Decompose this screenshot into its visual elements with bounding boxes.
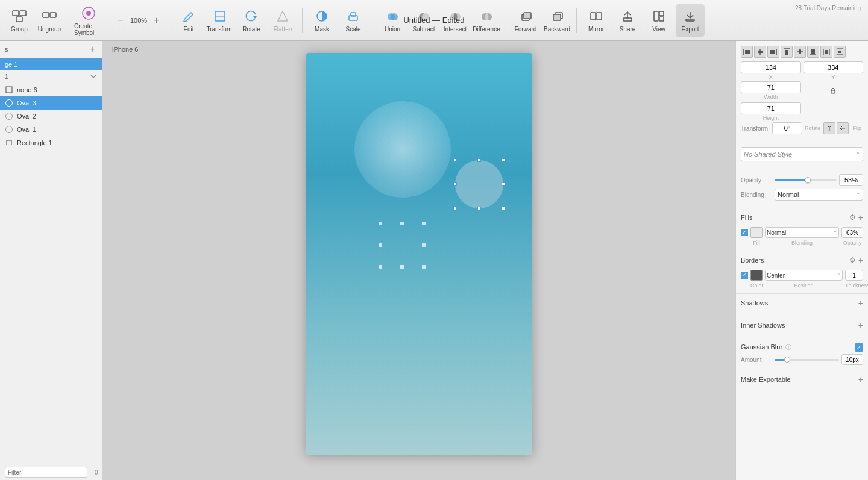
align-top-button[interactable] [781,46,793,58]
difference-button[interactable]: Difference [472,4,501,37]
fills-gear[interactable]: ⚙ [849,213,856,222]
inner-shadows-section: Inner Shadows + [736,316,868,338]
dot-9 [422,265,426,269]
dot-2 [400,222,404,225]
handle-bc[interactable] [477,207,481,210]
mask-button[interactable]: Mask [307,4,336,37]
y-label: Y [831,74,835,80]
oval-medium-container[interactable] [455,160,503,208]
fill-color-swatch[interactable] [750,227,763,238]
layer-item-oval2[interactable]: Oval 2 [0,110,102,123]
borders-gear[interactable]: ⚙ [849,256,856,264]
zoom-level[interactable]: 100% [129,4,148,37]
share-button[interactable]: Share [613,4,642,37]
add-page-button[interactable]: + [87,45,97,54]
handle-br[interactable] [502,207,505,210]
amount-input[interactable] [841,354,863,365]
fill-label: Fill [750,240,763,246]
inner-shadows-add-button[interactable]: + [858,321,863,329]
align-right-button[interactable] [767,46,779,58]
edit-button[interactable]: Edit [174,4,203,37]
border-position-select[interactable]: Center ⌃ [765,270,843,281]
flatten-button[interactable]: Flatten [268,4,297,37]
svg-rect-46 [770,50,775,54]
fill-opacity-input[interactable] [841,227,863,238]
layer-item-rect1[interactable]: Rectangle 1 [0,136,102,149]
rotate-label: Rotate [805,125,821,131]
blending-row: Blending Normal ⌃ [741,189,863,201]
dot-7 [379,265,382,269]
border-row: ✓ Center ⌃ [741,268,863,282]
flip-h-button[interactable] [823,122,835,134]
align-center-h-button[interactable] [754,46,766,58]
transform-button[interactable]: Transform [206,4,234,37]
fill-enabled-checkbox[interactable]: ✓ [741,229,748,236]
toolbar-divider-4 [302,8,303,33]
union-button[interactable]: Union [378,4,407,37]
handle-mr[interactable] [502,182,505,186]
mirror-button[interactable]: Mirror [582,4,611,37]
align-middle-v-button[interactable] [794,46,806,58]
handle-tl[interactable] [453,158,457,162]
handle-bl[interactable] [453,207,457,210]
make-exportable-add-button[interactable]: + [858,375,863,384]
position-y-input[interactable] [804,61,864,73]
fills-add-button[interactable]: + [858,213,863,222]
amount-slider[interactable] [775,359,839,361]
gaussian-blur-text: Gaussian Blur [741,343,782,351]
layer-item-oval3[interactable]: Oval 3 [0,96,102,110]
handle-ml[interactable] [453,182,457,186]
align-left-button[interactable] [741,46,753,58]
artboard-item[interactable]: none 6 [0,83,102,96]
opacity-input[interactable] [839,174,863,186]
rotate-input[interactable] [772,122,802,134]
zoom-in-button[interactable]: + [149,4,164,37]
flip-v-button[interactable] [837,122,849,134]
dot-1 [379,222,382,225]
shadows-section: Shadows + [736,294,868,316]
fill-opacity-label: Opacity [841,240,863,246]
oval1-icon [5,125,13,134]
border-thickness-input[interactable] [845,270,863,281]
view-button[interactable]: View [644,4,673,37]
export-button[interactable]: Export [676,4,705,37]
scale-button[interactable]: Scale [339,4,368,37]
gaussian-enabled-checkbox[interactable]: ✓ [855,343,863,352]
handle-tc[interactable] [477,158,481,162]
zoom-out-button[interactable]: − [113,4,128,37]
lock-icon[interactable] [829,87,837,95]
flip-buttons [823,122,849,134]
shared-style-dropdown[interactable]: No Shared Style ⌃ [741,147,863,161]
width-input[interactable] [741,81,801,93]
blending-chevron: ⌃ [855,192,860,198]
forward-button[interactable]: Forward [511,4,540,37]
width-cell: Width [741,81,801,100]
borders-add-button[interactable]: + [858,256,863,264]
create-symbol-button[interactable]: Create Symbol [74,4,103,37]
blending-select[interactable]: Normal ⌃ [775,189,863,201]
oval2-icon [5,112,13,120]
border-enabled-checkbox[interactable]: ✓ [741,272,748,279]
svg-rect-27 [524,13,531,19]
ungroup-button[interactable]: Ungroup [35,4,64,37]
gaussian-info-icon: ⓘ [785,344,791,351]
align-bottom-button[interactable] [807,46,819,58]
gaussian-blur-row: Gaussian Blur ⓘ ✓ [741,343,863,352]
svg-rect-55 [825,50,828,54]
current-page[interactable]: ge 1 [0,58,102,70]
distribute-h-button[interactable] [820,46,832,58]
opacity-slider[interactable] [775,179,837,181]
position-x-input[interactable] [741,61,801,73]
border-color-swatch[interactable] [750,270,763,281]
height-input[interactable] [741,102,801,114]
handle-tr[interactable] [502,158,505,162]
backward-button[interactable]: Backward [542,4,571,37]
borders-sublabels: Color Position Thickness [741,282,863,288]
rotate-button[interactable]: Rotate [237,4,266,37]
layer-item-oval1[interactable]: Oval 1 [0,123,102,136]
filter-input[interactable] [5,467,87,478]
fill-blending-select[interactable]: Normal ⌃ [765,227,839,238]
group-button[interactable]: Group [5,4,34,37]
distribute-v-button[interactable] [834,46,846,58]
shadows-add-button[interactable]: + [858,299,863,307]
